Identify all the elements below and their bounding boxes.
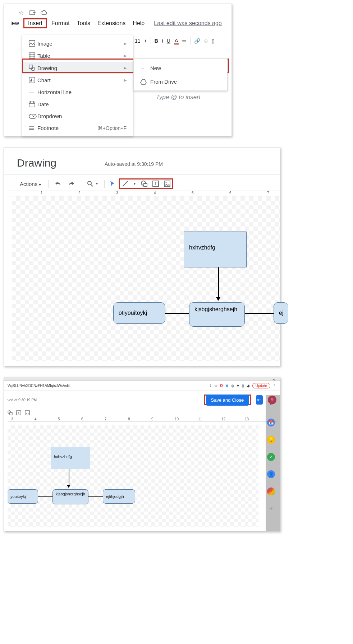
svg-rect-10 (144, 183, 147, 187)
drawing-submenu: ＋ New From Drive (133, 59, 228, 91)
menu-format[interactable]: Format (49, 19, 73, 28)
insert-dropdown[interactable]: Dropdown (22, 110, 133, 122)
drawing-canvas[interactable]: hxhvzhdfg otiyouitoykj kjsbgjsherghsejh … (12, 196, 280, 361)
line-tool[interactable] (122, 180, 129, 187)
svg-rect-1 (29, 41, 35, 46)
insert-table[interactable]: Table ▶ (22, 50, 133, 62)
svg-text:T: T (18, 411, 20, 415)
insert-date[interactable]: Date (22, 98, 133, 110)
update-button[interactable]: Update (252, 383, 270, 388)
connector-h2[interactable] (245, 313, 274, 314)
shape-right-partial[interactable]: ej (274, 302, 288, 324)
redo-button[interactable] (66, 179, 77, 188)
menu-insert[interactable]: Insert (23, 18, 47, 28)
textbox-tool[interactable]: T (152, 180, 159, 187)
star-icon[interactable]: ☆ (18, 9, 25, 16)
date-icon (29, 101, 37, 107)
drawing-new[interactable]: ＋ New (134, 61, 227, 75)
menu-tools[interactable]: Tools (74, 19, 93, 28)
contacts-icon[interactable]: 👤 (267, 470, 275, 478)
svg-point-8 (88, 181, 91, 185)
image-tool[interactable] (164, 180, 171, 187)
menu-view[interactable]: iew (8, 19, 22, 28)
calendar-icon[interactable]: 📅 (267, 419, 275, 426)
kebab-icon[interactable]: ⋮ (273, 384, 276, 388)
panel-insert-menu: ☆ iew Insert Format Tools Extensions Hel… (4, 4, 232, 136)
connector3-v[interactable] (69, 469, 69, 486)
shape-mid[interactable]: kjsbgjsherghsejh (189, 302, 245, 327)
connector3-h2[interactable] (88, 496, 103, 497)
connector3-h1[interactable] (38, 496, 52, 497)
drawing-from-drive[interactable]: From Drive (134, 75, 227, 88)
share-icon[interactable]: ⇪ (209, 384, 212, 388)
comment-icon[interactable]: ⊕ (204, 38, 208, 44)
insert-chart[interactable]: Chart ▶ (22, 74, 133, 86)
shape-tool[interactable] (141, 180, 148, 187)
menu-help[interactable]: Help (130, 19, 147, 28)
extension-icon-3[interactable]: ▯ (242, 384, 244, 388)
doc-body-placeholder[interactable]: Type @ to insert (155, 94, 201, 102)
svg-rect-19 (25, 411, 29, 415)
drawing-canvas-small[interactable]: hxhvzhdfg youitoykj kjsbgjsherghsejh ejt… (8, 425, 258, 527)
maps-icon[interactable]: 📍 (267, 487, 275, 495)
plus-icon: ＋ (140, 65, 150, 71)
insert-drawing[interactable]: Drawing ▶ (22, 62, 133, 74)
font-size-plus[interactable]: + (144, 38, 147, 44)
shape-top-rect[interactable]: hxhvzhdfg (184, 232, 247, 267)
add-panel-icon[interactable]: + (269, 505, 273, 512)
actions-menu[interactable]: Actions▼ (17, 179, 45, 188)
image-tool-small[interactable] (25, 410, 30, 415)
shape-tool-small[interactable] (8, 410, 13, 415)
chevron-down-icon[interactable]: ⌄ (272, 375, 276, 382)
tasks-icon[interactable]: ✓ (267, 453, 275, 461)
shape3-left[interactable]: youitoykj (8, 489, 38, 504)
connector-vertical[interactable] (218, 267, 219, 298)
save-and-close-button[interactable]: Save and Close (206, 395, 249, 406)
insert-hline[interactable]: — Horizontal line (22, 86, 133, 98)
zoom-button[interactable]: ▼ (85, 179, 101, 188)
highlight-button[interactable]: ✏ (182, 38, 187, 44)
extension-icon-1[interactable]: ✖ (225, 384, 228, 388)
avatar-small-icon[interactable]: ◕ (247, 384, 250, 388)
opera-icon[interactable]: O (220, 384, 223, 388)
menu-extensions[interactable]: Extensions (95, 19, 128, 28)
arrow-down-icon (67, 485, 70, 488)
cloud-icon[interactable] (41, 9, 48, 16)
textbox-tool-small[interactable]: T (16, 410, 21, 415)
shape-left[interactable]: otiyouitoykj (113, 302, 165, 324)
line-dropdown[interactable]: ▼ (133, 182, 136, 186)
select-tool[interactable] (108, 179, 117, 188)
italic-button[interactable]: I (162, 38, 163, 44)
keep-icon[interactable]: 💡 (267, 436, 275, 444)
svg-rect-3 (29, 65, 33, 69)
font-size-value[interactable]: 11 (135, 38, 141, 44)
undo-button[interactable] (52, 179, 64, 188)
last-edit-text[interactable]: Last edit was seconds ago (154, 20, 222, 27)
mini-toolbar: T (4, 410, 280, 415)
link-icon[interactable]: 🔗 (194, 38, 200, 44)
svg-rect-16 (10, 412, 12, 415)
shape3-right[interactable]: ejtihjodgjh (103, 489, 135, 504)
star-icon[interactable]: ☆ (214, 384, 217, 388)
image-toolbar-icon[interactable]: ▯ (212, 38, 215, 44)
puzzle-icon[interactable]: ✱ (237, 384, 239, 388)
underline-button[interactable]: U (167, 38, 170, 44)
text-color-button[interactable]: A (174, 38, 179, 45)
ruler-horizontal: 1 2 3 4 5 6 7 (8, 191, 280, 196)
bold-button[interactable]: B (155, 38, 158, 44)
arrow-down-icon (216, 297, 220, 301)
move-icon[interactable] (29, 9, 36, 16)
ruler-small: 3 4 5 6 7 8 9 10 11 12 13 (8, 417, 276, 422)
hline-icon: — (29, 89, 37, 95)
insert-footnote[interactable]: Footnote ⌘+Option+F (22, 122, 133, 134)
shape3-top[interactable]: hxhvzhdfg (51, 447, 90, 469)
shape3-mid[interactable]: kjsbgjsherghsejh (52, 489, 88, 504)
autosave-small: ved at 9:30:19 PM (8, 398, 37, 402)
insert-image[interactable]: Image ▶ (22, 37, 133, 50)
connector-h1[interactable] (165, 313, 189, 314)
extension-icon-2[interactable]: ◎ (231, 384, 234, 388)
insert-dropdown: Image ▶ Table ▶ Drawing ▶ Chart ▶ — Hori… (22, 35, 133, 136)
collapse-icon[interactable]: ⌃ (269, 402, 274, 409)
panel-drawing-editor: Drawing Auto-saved at 9:30:19 PM Actions… (4, 147, 280, 366)
svg-point-4 (31, 67, 35, 71)
